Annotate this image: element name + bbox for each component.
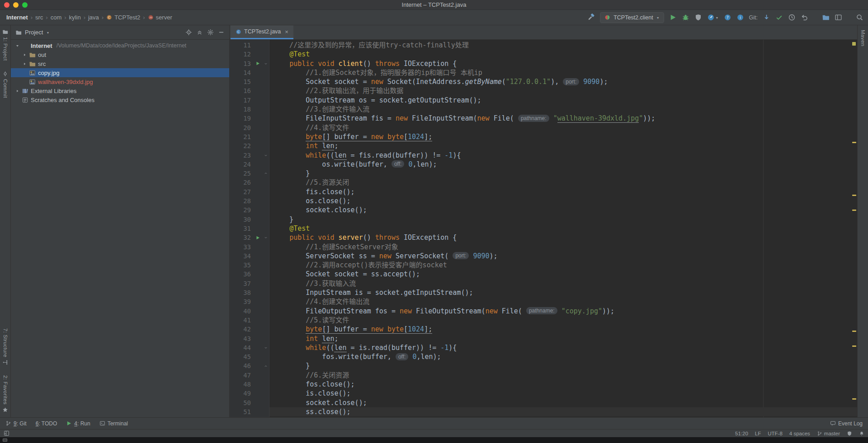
line-number[interactable]: 38 xyxy=(230,288,253,297)
line-number[interactable]: 35 xyxy=(230,261,253,270)
line-number[interactable]: 24 xyxy=(230,160,253,169)
code-line-29[interactable]: 29 socket.close(); xyxy=(230,205,857,215)
code-line-43[interactable]: 43 int len; xyxy=(230,334,857,343)
project-tree-item-wallhaven-39dxld-jpg[interactable]: wallhaven-39dxld.jpg xyxy=(11,77,229,86)
breadcrumb-item-src[interactable]: src xyxy=(33,13,45,22)
line-separator[interactable]: LF xyxy=(755,431,761,436)
info-button[interactable]: i xyxy=(736,14,744,21)
tool-button-commit[interactable]: Commit xyxy=(2,71,8,98)
tool-button-terminal[interactable]: Terminal xyxy=(99,420,128,427)
fold-open-icon[interactable] xyxy=(264,345,268,350)
locate-icon[interactable] xyxy=(185,29,192,36)
code-line-27[interactable]: 27 fis.close(); xyxy=(230,187,857,196)
code-line-46[interactable]: 46 } xyxy=(230,361,857,370)
code-line-28[interactable]: 28 os.close(); xyxy=(230,196,857,205)
project-tree-item-external-libraries[interactable]: External Libraries xyxy=(11,86,229,95)
project-panel-title[interactable]: Project xyxy=(25,29,43,36)
gutter-run-icon[interactable] xyxy=(255,61,260,66)
breadcrumb-item-java[interactable]: java xyxy=(86,13,101,22)
code-line-31[interactable]: 31 @Test xyxy=(230,224,857,233)
fold-open-icon[interactable] xyxy=(264,61,268,66)
line-number[interactable]: 22 xyxy=(230,141,253,150)
line-number[interactable]: 23 xyxy=(230,151,253,160)
help-button[interactable]: ? xyxy=(724,14,731,21)
warning-mark[interactable] xyxy=(852,398,856,400)
search-everywhere-button[interactable] xyxy=(856,14,863,21)
project-tree-item-copy-jpg[interactable]: copy.jpg xyxy=(11,68,229,77)
code-line-15[interactable]: 15 Socket socket = new Socket(InetAddres… xyxy=(230,77,857,86)
warning-mark[interactable] xyxy=(852,331,856,332)
coverage-button[interactable] xyxy=(694,14,702,21)
fold-open-icon[interactable] xyxy=(264,235,268,240)
zoom-button[interactable] xyxy=(22,2,28,8)
line-number[interactable]: 28 xyxy=(230,196,253,205)
code-line-34[interactable]: 34 ServerSocket ss = new ServerSocket( p… xyxy=(230,252,857,261)
code-line-49[interactable]: 49 is.close(); xyxy=(230,389,857,398)
tab-close-icon[interactable]: × xyxy=(283,29,288,35)
code-line-51[interactable]: 51 ss.close(); xyxy=(230,407,857,416)
notifications-widget[interactable] xyxy=(859,431,864,436)
warning-mark[interactable] xyxy=(852,210,856,211)
tool-button-todo[interactable]: 6: TODO xyxy=(36,420,57,427)
line-number[interactable]: 21 xyxy=(230,132,253,141)
code-line-25[interactable]: 25 } xyxy=(230,169,857,178)
project-tree-item-src[interactable]: src xyxy=(11,59,229,68)
file-encoding[interactable]: UTF-8 xyxy=(768,431,783,436)
debug-button[interactable] xyxy=(682,14,689,21)
code-line-33[interactable]: 33 //1.创建SocketServer对象 xyxy=(230,242,857,252)
editor-tab-tcptest2[interactable]: C TCPTest2.java × xyxy=(231,25,293,39)
minimize-button[interactable] xyxy=(13,2,19,8)
fold-close-icon[interactable] xyxy=(264,171,268,176)
warning-mark[interactable] xyxy=(852,195,856,196)
code-line-26[interactable]: 26 //5.资源关闭 xyxy=(230,178,857,187)
line-number[interactable]: 43 xyxy=(230,334,253,343)
code-line-45[interactable]: 45 fos.write(buffer, off: 0,len); xyxy=(230,352,857,361)
code-line-50[interactable]: 50 socket.close(); xyxy=(230,398,857,407)
code-line-40[interactable]: 40 FileOutputStream fos = new FileOutput… xyxy=(230,307,857,316)
inspections-widget[interactable] xyxy=(847,431,852,436)
line-number[interactable]: 51 xyxy=(230,407,253,416)
breadcrumb-item-server[interactable]: mserver xyxy=(146,13,174,22)
line-number[interactable]: 19 xyxy=(230,114,253,123)
line-number[interactable]: 34 xyxy=(230,252,253,261)
code-line-44[interactable]: 44 while((len = is.read(buffer)) != -1){ xyxy=(230,343,857,352)
code-line-38[interactable]: 38 InputStream is = socket.getInputStrea… xyxy=(230,288,857,297)
line-number[interactable]: 31 xyxy=(230,224,253,233)
line-number[interactable]: 30 xyxy=(230,215,253,224)
chevron-down-icon[interactable]: ▼ xyxy=(46,31,49,34)
line-number[interactable]: 25 xyxy=(230,169,253,178)
line-number[interactable]: 18 xyxy=(230,105,253,114)
code-line-35[interactable]: 35 //2.调用accept()表示接受客户端的socket xyxy=(230,261,857,270)
line-number[interactable]: 33 xyxy=(230,242,253,252)
code-line-14[interactable]: 14 //1.创建Socket对象，指明服务器的ip和端口号 本机ip xyxy=(230,68,857,77)
code-line-36[interactable]: 36 Socket socket = ss.accept(); xyxy=(230,270,857,279)
inspection-indicator[interactable] xyxy=(852,42,856,46)
line-number[interactable]: 26 xyxy=(230,178,253,187)
code-line-12[interactable]: 12 @Test xyxy=(230,50,857,59)
line-number[interactable]: 20 xyxy=(230,123,253,132)
tool-button-git[interactable]: 9: Git xyxy=(5,420,27,427)
line-number[interactable]: 41 xyxy=(230,316,253,325)
indent-style[interactable]: 4 spaces xyxy=(789,431,810,436)
line-number[interactable]: 11 xyxy=(230,41,253,50)
code-line-47[interactable]: 47 //6.关闭资源 xyxy=(230,371,857,380)
project-tree-item-internet[interactable]: Internet/Volumes/MData/code/IdeaProjects… xyxy=(11,41,229,50)
line-number[interactable]: 50 xyxy=(230,398,253,407)
commit-button[interactable] xyxy=(775,14,783,21)
line-number[interactable]: 48 xyxy=(230,380,253,389)
line-number[interactable]: 12 xyxy=(230,50,253,59)
line-number[interactable]: 27 xyxy=(230,187,253,196)
caret-position[interactable]: 51:20 xyxy=(735,431,748,436)
code-line-32[interactable]: 32 public void server() throws IOExcepti… xyxy=(230,233,857,242)
update-project-button[interactable] xyxy=(763,14,770,21)
tool-window-switcher-icon[interactable] xyxy=(4,430,9,436)
code-line-11[interactable]: 11 //这里涉及到的异常，应该使用try-catch-finally处理 xyxy=(230,41,857,50)
warning-mark[interactable] xyxy=(852,345,856,347)
code-line-21[interactable]: 21 byte[] buffer = new byte[1024]; xyxy=(230,132,857,141)
code-line-41[interactable]: 41 //5.读写文件 xyxy=(230,316,857,325)
line-number[interactable]: 44 xyxy=(230,343,253,352)
line-number[interactable]: 42 xyxy=(230,325,253,334)
line-number[interactable]: 40 xyxy=(230,307,253,316)
rollback-button[interactable] xyxy=(801,14,808,21)
git-branch-widget[interactable]: master xyxy=(817,431,840,436)
